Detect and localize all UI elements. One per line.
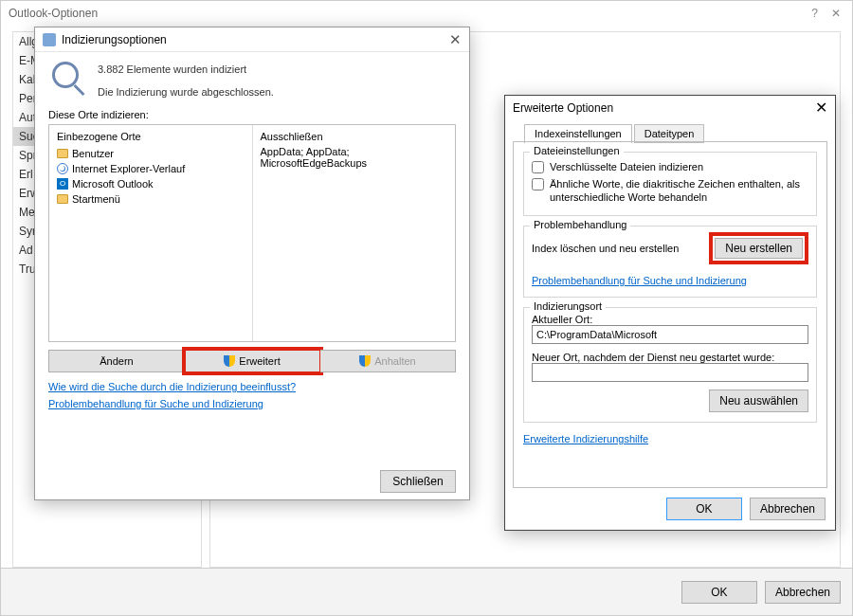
ok-button[interactable]: OK — [666, 498, 742, 520]
location-row[interactable]: Internet Explorer-Verlauf — [57, 161, 245, 176]
chk-diacritics[interactable]: Ähnliche Worte, die diakritische Zeichen… — [532, 175, 808, 206]
folder-icon — [57, 149, 68, 158]
location-row[interactable]: Startmenü — [57, 191, 245, 207]
indexing-icon — [43, 33, 56, 46]
indexing-options-dialog: Indizierungsoptionen ✕ 3.882 Elemente wu… — [34, 27, 470, 500]
outlook-titlebar: Outlook-Optionen ? ✕ — [1, 1, 852, 26]
group-file-settings: Dateieinstellungen Verschlüsselte Dateie… — [523, 152, 817, 216]
advanced-title: Erweiterte Optionen — [513, 96, 613, 120]
col-exclude: Ausschließen — [261, 131, 448, 142]
magnifier-icon — [48, 62, 84, 98]
group-label: Problembehandlung — [530, 219, 630, 230]
index-count: 3.882 Elemente wurden indiziert — [98, 62, 274, 77]
close-icon[interactable]: ✕ — [831, 1, 841, 26]
shield-icon — [359, 355, 371, 367]
advanced-footer: OK Abbrechen — [505, 488, 835, 530]
outlook-footer: OK Abbrechen — [1, 568, 852, 615]
link-how-search[interactable]: Wie wird die Suche durch die Indizierung… — [48, 378, 456, 395]
group-label: Indizierungsort — [530, 300, 606, 312]
new-location-label: Neuer Ort, nachdem der Dienst neu gestar… — [532, 352, 808, 363]
location-row[interactable]: Benutzer — [57, 146, 245, 161]
close-button[interactable]: Schließen — [380, 470, 456, 493]
cancel-button[interactable]: Abbrechen — [765, 581, 841, 604]
group-label: Dateieinstellungen — [530, 145, 624, 156]
change-button[interactable]: Ändern — [48, 350, 185, 372]
shield-icon — [224, 355, 235, 367]
outlook-title: Outlook-Optionen — [9, 1, 98, 26]
checkbox[interactable] — [532, 161, 544, 173]
rebuild-button[interactable]: Neu erstellen — [715, 238, 803, 259]
tab-index-settings[interactable]: Indexeinstellungen — [524, 124, 632, 143]
checkbox[interactable] — [532, 178, 544, 190]
indexing-titlebar: Indizierungsoptionen ✕ — [35, 27, 469, 52]
current-location-input[interactable] — [532, 325, 808, 344]
advanced-button[interactable]: Erweitert — [185, 350, 320, 372]
locations-list: Einbezogene Orte Benutzer Internet Explo… — [48, 124, 456, 342]
advanced-titlebar: Erweiterte Optionen ✕ — [505, 96, 835, 120]
indexing-title: Indizierungsoptionen — [62, 33, 167, 46]
current-location-label: Aktueller Ort: — [532, 314, 808, 325]
locations-label: Diese Orte indizieren: — [35, 103, 469, 122]
new-select-button[interactable]: Neu auswählen — [709, 390, 808, 412]
pause-button: Anhalten — [320, 350, 456, 372]
folder-icon — [57, 194, 68, 204]
advanced-options-dialog: Erweiterte Optionen ✕ Indexeinstellungen… — [504, 95, 836, 531]
rebuild-text: Index löschen und neu erstellen — [532, 243, 679, 254]
cancel-button[interactable]: Abbrechen — [750, 498, 826, 520]
help-icon[interactable]: ? — [811, 1, 818, 26]
tab-file-types[interactable]: Dateitypen — [634, 124, 705, 143]
close-icon[interactable]: ✕ — [815, 96, 827, 120]
chk-encrypted[interactable]: Verschlüsselte Dateien indizieren — [532, 158, 808, 175]
link-advanced-help[interactable]: Erweiterte Indizierungshilfe — [523, 433, 648, 444]
group-index-location: Indizierungsort Aktueller Ort: Neuer Ort… — [523, 307, 817, 423]
exclude-text: AppData; AppData; MicrosoftEdgeBackups — [261, 146, 448, 169]
col-included: Einbezogene Orte — [57, 131, 245, 142]
ie-icon — [57, 163, 68, 174]
group-troubleshooting: Problembehandlung Index löschen und neu … — [523, 226, 817, 298]
location-row[interactable]: OMicrosoft Outlook — [57, 176, 245, 191]
outlook-icon: O — [57, 178, 68, 190]
link-troubleshoot[interactable]: Problembehandlung für Suche und Indizier… — [532, 275, 747, 286]
index-status: Die Indizierung wurde abgeschlossen. — [98, 84, 274, 100]
link-troubleshoot[interactable]: Problembehandlung für Suche und Indizier… — [48, 395, 456, 412]
close-icon[interactable]: ✕ — [449, 27, 462, 52]
new-location-input[interactable] — [532, 363, 808, 382]
ok-button[interactable]: OK — [681, 581, 757, 604]
